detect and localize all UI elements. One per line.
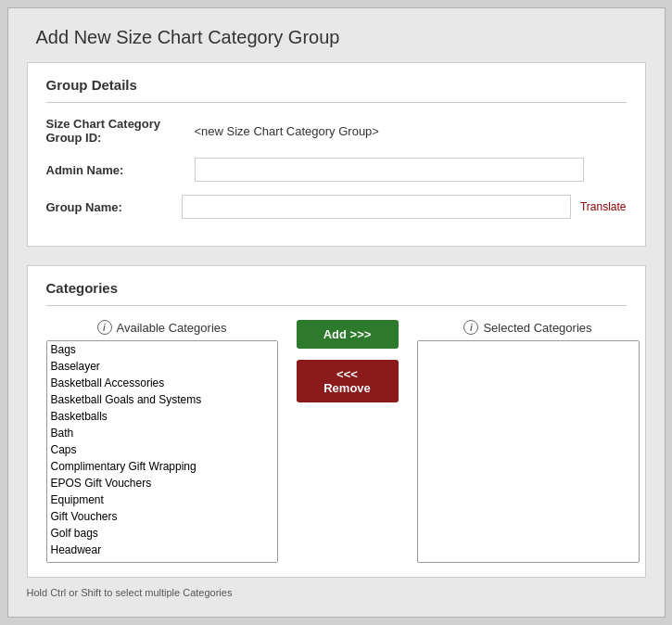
available-info-icon: i (97, 320, 112, 335)
selected-categories-list[interactable] (417, 340, 640, 563)
hint-text: Hold Ctrl or Shift to select multiple Ca… (27, 587, 646, 598)
group-details-section: Group Details Size Chart Category Group … (27, 62, 646, 247)
translate-link[interactable]: Translate (580, 200, 627, 213)
size-chart-id-row: Size Chart Category Group ID: <new Size … (46, 117, 627, 145)
selected-label: Selected Categories (483, 321, 591, 335)
selected-info-icon: i (463, 320, 478, 335)
group-name-label: Group Name: (46, 200, 182, 214)
size-chart-id-label: Size Chart Category Group ID: (46, 117, 195, 145)
admin-name-input[interactable] (195, 158, 584, 182)
selected-header: i Selected Categories (463, 320, 591, 335)
transfer-buttons-panel: Add >>> <<< Remove (287, 320, 408, 402)
selected-categories-panel: i Selected Categories (417, 320, 640, 563)
available-categories-list[interactable]: BagsBaselayerBasketball AccessoriesBaske… (46, 340, 278, 563)
admin-name-label: Admin Name: (46, 163, 195, 177)
group-name-input[interactable] (182, 195, 571, 219)
group-details-title: Group Details (46, 77, 627, 103)
categories-title: Categories (46, 280, 627, 306)
categories-layout: i Available Categories BagsBaselayerBask… (46, 320, 627, 563)
available-label: Available Categories (117, 321, 227, 335)
size-chart-id-value: <new Size Chart Category Group> (195, 124, 379, 138)
available-categories-panel: i Available Categories BagsBaselayerBask… (46, 320, 278, 563)
group-name-row: Group Name: Translate (46, 195, 627, 219)
remove-button[interactable]: <<< Remove (297, 360, 399, 402)
categories-section: Categories i Available Categories BagsBa… (27, 265, 646, 578)
page-title: Add New Size Chart Category Group (8, 8, 665, 62)
add-button[interactable]: Add >>> (297, 320, 399, 349)
available-header: i Available Categories (97, 320, 227, 335)
admin-name-row: Admin Name: (46, 158, 627, 182)
